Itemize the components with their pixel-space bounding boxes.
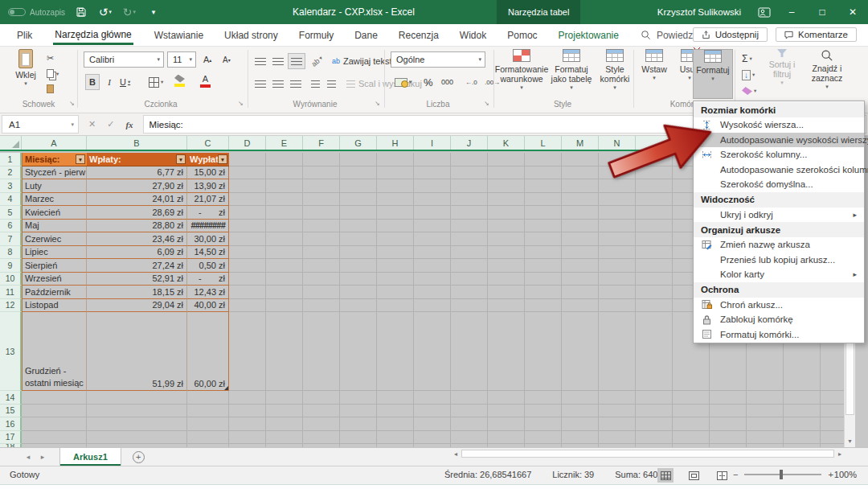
autosave-toggle[interactable]: Autozapis	[8, 8, 65, 17]
align-center-button[interactable]	[270, 76, 286, 92]
comma-style-button[interactable]: 000	[439, 74, 456, 90]
cell-B16[interactable]	[87, 417, 187, 431]
cell-styles-button[interactable]: Style komórki ▾	[596, 49, 633, 97]
hscroll-right-icon[interactable]: ▸	[834, 449, 845, 458]
minimize-button[interactable]: –	[776, 0, 807, 24]
filter-dropdown-icon[interactable]: ▼	[76, 154, 85, 164]
customize-qat-button[interactable]: ▾	[145, 3, 162, 21]
align-bottom-button[interactable]	[288, 53, 305, 69]
cell-C16[interactable]	[187, 417, 229, 431]
tab-projektowanie[interactable]: Projektowanie	[548, 24, 629, 46]
cell-C15[interactable]	[187, 405, 229, 418]
row-header-16[interactable]: 16	[0, 417, 22, 431]
column-header-K[interactable]: K	[488, 136, 525, 150]
cell-B5[interactable]: 28,69 zł	[87, 206, 187, 220]
cell-B7[interactable]: 23,46 zł	[87, 232, 187, 246]
row-header-14[interactable]: 14	[0, 391, 22, 405]
number-format-select[interactable]: Ogólne▾	[391, 51, 485, 68]
menu-item-przenieś-lub-kopiuj-arkusz[interactable]: Przenieś lub kopiuj arkusz...	[694, 253, 864, 268]
row-header-3[interactable]: 3	[0, 179, 22, 193]
cell-C5[interactable]: - zł	[187, 206, 229, 220]
sheet-nav-right-icon[interactable]: ▸	[35, 448, 50, 466]
fill-button[interactable]: ↓▾	[739, 67, 757, 83]
menu-item-zmień-nazwę-arkusza[interactable]: Zmień nazwę arkusza	[694, 237, 864, 253]
hscroll-left-icon[interactable]: ◂	[450, 449, 461, 458]
align-middle-button[interactable]	[270, 53, 286, 69]
table-header-A[interactable]: Miesiąc:▼	[22, 153, 87, 166]
menu-item-szerokość-domyślna[interactable]: Szerokość domyślna...	[694, 177, 864, 192]
tab-dane[interactable]: Dane	[344, 24, 388, 46]
menu-item-formatuj-komórki[interactable]: Formatuj komórki...	[694, 327, 864, 343]
increase-font-button[interactable]: A▴	[201, 51, 214, 68]
clear-button[interactable]: ▾	[739, 83, 759, 99]
table-resize-handle[interactable]	[224, 386, 228, 390]
add-sheet-button[interactable]: +	[133, 451, 145, 463]
cell-B6[interactable]: 28,80 zł	[87, 220, 187, 233]
row-header-15[interactable]: 15	[0, 405, 22, 418]
row-header-5[interactable]: 5	[0, 206, 22, 220]
tab-pomoc[interactable]: Pomoc	[497, 24, 547, 46]
cell-A6[interactable]: Maj	[22, 220, 87, 233]
row-header-1[interactable]: 1	[0, 153, 22, 166]
row-header-11[interactable]: 11	[0, 286, 22, 299]
column-header-L[interactable]: L	[525, 136, 562, 150]
share-button[interactable]: Udostępnij	[693, 27, 768, 42]
column-header-F[interactable]: F	[303, 136, 340, 150]
paste-button[interactable]: Wklej ▾	[8, 49, 43, 97]
cell-C12[interactable]: 40,00 zł	[187, 299, 229, 313]
cell-B8[interactable]: 6,09 zł	[87, 246, 187, 260]
scroll-down-icon[interactable]: ▼	[845, 434, 855, 447]
zoom-slider[interactable]	[744, 474, 821, 475]
tab-widok[interactable]: Widok	[449, 24, 497, 46]
font-size-select[interactable]: 11▾	[167, 51, 196, 68]
row-header-10[interactable]: 10	[0, 273, 22, 286]
cell-A16[interactable]	[22, 417, 87, 431]
cell-B10[interactable]: 52,91 zł	[87, 273, 187, 286]
font-color-button[interactable]: A	[198, 72, 213, 88]
column-header-G[interactable]: G	[340, 136, 377, 150]
cell-C17[interactable]	[187, 431, 229, 445]
menu-item-ukryj-i-odkryj[interactable]: Ukryj i odkryj▸	[694, 208, 864, 223]
column-header-J[interactable]: J	[451, 136, 488, 150]
user-presence-icon[interactable]	[752, 0, 776, 24]
cell-C9[interactable]: 0,50 zł	[187, 259, 229, 273]
cell-C8[interactable]: 14,50 zł	[187, 246, 229, 260]
cut-button[interactable]: ✂	[47, 53, 54, 64]
select-all-corner[interactable]	[0, 136, 22, 150]
column-header-A[interactable]: A	[22, 136, 87, 150]
bold-button[interactable]: B	[85, 74, 100, 90]
zoom-level[interactable]: 100%	[834, 470, 857, 479]
cell-C10[interactable]: - zł	[187, 273, 229, 286]
tab-recenzja[interactable]: Recenzja	[388, 24, 449, 46]
decrease-font-button[interactable]: A▾	[220, 51, 233, 68]
conditional-formatting-button[interactable]: Formatowanie warunkowe ▾	[498, 49, 545, 97]
format-painter-button[interactable]	[47, 84, 54, 93]
sheet-nav-left-icon[interactable]: ◂	[21, 448, 35, 466]
cancel-entry-button[interactable]: ✕	[88, 119, 96, 129]
page-layout-view-button[interactable]	[686, 468, 702, 483]
cell-C13[interactable]: 60,00 zł	[187, 312, 229, 391]
row-header-9[interactable]: 9	[0, 259, 22, 273]
row-header-13[interactable]: 13	[0, 312, 22, 391]
undo-button[interactable]: ↺▾	[97, 3, 113, 21]
font-dialog-launcher[interactable]: ↘	[238, 100, 244, 107]
align-right-button[interactable]	[288, 76, 304, 92]
alignment-dialog-launcher[interactable]: ↘	[375, 100, 380, 107]
name-box[interactable]: A1▾	[2, 115, 79, 134]
cell-B12[interactable]: 29,04 zł	[87, 299, 187, 313]
cell-A12[interactable]: Listopad	[22, 299, 87, 313]
insert-function-button[interactable]: fx	[125, 120, 133, 129]
tab-plik[interactable]: Plik	[6, 24, 43, 46]
cell-B11[interactable]: 18,15 zł	[87, 286, 187, 299]
cell-B15[interactable]	[87, 405, 187, 418]
column-header-E[interactable]: E	[266, 136, 303, 150]
autosum-button[interactable]: Σ▾	[739, 51, 755, 67]
cell-C6[interactable]: ########	[187, 220, 229, 233]
decrease-indent-button[interactable]	[309, 76, 322, 92]
cell-C3[interactable]: 13,90 zł	[187, 179, 229, 193]
underline-button[interactable]: U▾	[117, 74, 133, 90]
cell-B2[interactable]: 6,77 zł	[87, 166, 187, 180]
cell-A8[interactable]: Lipiec	[22, 246, 87, 260]
format-button[interactable]: Formatuj ▾	[693, 49, 733, 99]
align-left-button[interactable]	[252, 76, 268, 92]
